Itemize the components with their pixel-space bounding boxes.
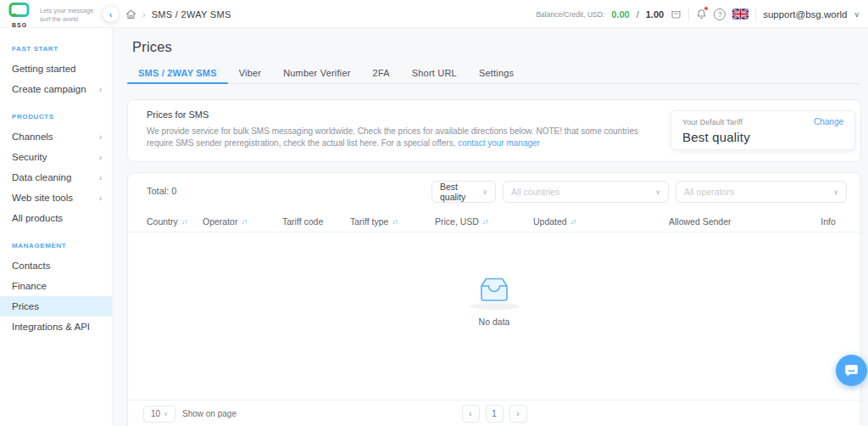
- column-header-tariff-type: Tariff type ↓↑: [350, 216, 435, 227]
- total-count: Total: 0: [147, 186, 176, 196]
- balance-value: 0.00: [611, 9, 629, 20]
- brand-tagline: Lets your message surf the world: [40, 7, 101, 24]
- brand-logo[interactable]: BSG: [8, 3, 31, 28]
- divider: [688, 8, 689, 20]
- brand-name: BSG: [8, 22, 31, 28]
- default-tariff-card: Your Default Tariff Change Best quality: [670, 110, 855, 150]
- breadcrumb: › SMS / 2WAY SMS: [125, 0, 231, 28]
- wallet-icon[interactable]: [670, 8, 682, 20]
- notifications-bell-icon[interactable]: [696, 8, 707, 20]
- chevron-down-icon: ∨: [164, 411, 168, 418]
- sidebar-section-management: MANAGEMENT: [0, 242, 112, 249]
- bsg-logo-icon: [8, 3, 31, 18]
- prices-table-card: Total: 0 Best quality ∨ All countries ∨ …: [127, 172, 861, 426]
- chevron-down-icon: ∨: [833, 188, 838, 196]
- page-size-group: 10 ∨ Show on page: [143, 401, 236, 426]
- balance-label: Balance/Credit, USD:: [536, 10, 604, 19]
- empty-state-text: No data: [479, 317, 510, 327]
- column-header-info: Info: [796, 216, 860, 227]
- help-icon[interactable]: ?: [714, 8, 726, 20]
- sidebar-item-all-products[interactable]: All products: [0, 208, 112, 228]
- contact-manager-link[interactable]: contact your manager: [458, 138, 540, 148]
- column-header-country: Country ↓↑: [128, 216, 203, 227]
- operators-filter-select[interactable]: All operators ∨: [676, 181, 847, 203]
- page-title: Prices: [132, 39, 172, 55]
- column-header-allowed-sender: Allowed Sender: [669, 216, 796, 227]
- sidebar-item-web-site-tools[interactable]: Web site tools ›: [0, 188, 112, 208]
- countries-filter-select[interactable]: All countries ∨: [503, 181, 669, 203]
- sort-icon[interactable]: ↓↑: [570, 217, 576, 226]
- home-icon[interactable]: [125, 9, 136, 20]
- info-card-body: We provide service for bulk SMS messagin…: [147, 126, 645, 149]
- sort-icon[interactable]: ↓↑: [482, 217, 488, 226]
- tab-viber[interactable]: Viber: [228, 62, 272, 83]
- tab-sms-2way-sms[interactable]: SMS / 2WAY SMS: [127, 62, 228, 83]
- chat-bubble-icon: [844, 363, 859, 378]
- language-flag-icon[interactable]: [732, 8, 748, 20]
- prev-page-button[interactable]: ‹: [462, 405, 480, 423]
- breadcrumb-separator: ›: [142, 9, 146, 20]
- chevron-down-icon: ∨: [482, 188, 487, 196]
- sidebar-section-products: PRODUCTS: [0, 113, 112, 121]
- tab-short-url[interactable]: Short URL: [401, 62, 468, 83]
- sidebar-item-prices[interactable]: Prices: [0, 296, 112, 317]
- sidebar-item-contacts[interactable]: Contacts: [0, 255, 112, 276]
- sidebar-item-finance[interactable]: Finance: [0, 276, 112, 296]
- table-filter-row: Total: 0 Best quality ∨ All countries ∨ …: [128, 173, 860, 210]
- page-number-button[interactable]: 1: [486, 405, 504, 423]
- default-tariff-label: Your Default Tariff: [682, 118, 743, 126]
- column-header-price-usd: Price, USD ↓↑: [435, 216, 533, 227]
- column-header-operator: Operator ↓↑: [203, 216, 282, 227]
- sort-icon[interactable]: ↓↑: [181, 217, 187, 226]
- sidebar-section-fast-start: FAST START: [0, 45, 112, 53]
- credit-value: 1.00: [646, 9, 664, 20]
- sidebar-item-channels[interactable]: Channels ›: [0, 126, 112, 147]
- sidebar-item-getting-started[interactable]: Getting started: [0, 59, 112, 79]
- chevron-right-icon: ›: [516, 409, 519, 418]
- chevron-right-icon: ›: [99, 173, 102, 182]
- sidebar-item-integrations-api[interactable]: Integrations & API: [0, 317, 112, 337]
- column-header-tariff-code: Tariff code: [282, 216, 350, 227]
- breadcrumb-current: SMS / 2WAY SMS: [152, 9, 231, 20]
- sidebar: FAST START Getting started Create campai…: [0, 28, 113, 426]
- chat-widget-button[interactable]: [836, 355, 867, 386]
- main-content: Prices SMS / 2WAY SMS Viber Number Verif…: [113, 28, 868, 426]
- sidebar-item-data-cleaning[interactable]: Data cleaning ›: [0, 167, 112, 188]
- chevron-down-icon: ∨: [655, 188, 660, 196]
- page-size-select[interactable]: 10 ∨: [143, 406, 175, 423]
- info-card-title: Prices for SMS: [147, 109, 209, 120]
- sidebar-item-security[interactable]: Security ›: [0, 147, 112, 167]
- account-email[interactable]: support@bsg.world: [763, 9, 847, 20]
- chevron-down-icon[interactable]: ∨: [854, 10, 860, 19]
- tab-bar: SMS / 2WAY SMS Viber Number Verifier 2FA…: [127, 62, 861, 84]
- pagination-row: 10 ∨ Show on page ‹ 1 ›: [128, 400, 860, 426]
- next-page-button[interactable]: ›: [509, 405, 527, 423]
- tab-2fa[interactable]: 2FA: [362, 62, 401, 83]
- sort-icon[interactable]: ↓↑: [392, 217, 398, 226]
- chevron-left-icon: ‹: [109, 9, 113, 20]
- sidebar-item-create-campaign[interactable]: Create campaign ›: [0, 79, 112, 99]
- top-header: BSG Lets your message surf the world ‹ ›…: [0, 0, 868, 28]
- empty-state: No data: [128, 233, 860, 368]
- notification-badge: [704, 7, 708, 10]
- chevron-right-icon: ›: [99, 153, 102, 162]
- change-tariff-link[interactable]: Change: [814, 117, 843, 126]
- empty-inbox-icon: [475, 275, 514, 304]
- divider: [755, 8, 756, 20]
- tab-number-verifier[interactable]: Number Verifier: [272, 62, 361, 83]
- empty-icon-shadow: [470, 303, 519, 310]
- chevron-right-icon: ›: [99, 193, 102, 203]
- prices-info-card: Prices for SMS We provide service for bu…: [127, 99, 861, 162]
- balance-divider: /: [637, 9, 639, 20]
- sort-icon[interactable]: ↓↑: [241, 217, 247, 226]
- chevron-left-icon: ‹: [469, 409, 471, 418]
- tariff-filter-select[interactable]: Best quality ∨: [431, 181, 496, 203]
- header-actions: Balance/Credit, USD: 0.00 / 1.00 ?: [536, 0, 860, 28]
- chevron-right-icon: ›: [99, 132, 102, 142]
- show-on-page-label: Show on page: [182, 409, 236, 418]
- tab-settings[interactable]: Settings: [468, 62, 525, 83]
- column-header-updated: Updated ↓↑: [533, 216, 669, 227]
- sidebar-collapse-button[interactable]: ‹: [103, 6, 119, 22]
- chevron-right-icon: ›: [99, 85, 102, 94]
- table-header-row: Country ↓↑ Operator ↓↑ Tariff code Tarif…: [128, 210, 860, 233]
